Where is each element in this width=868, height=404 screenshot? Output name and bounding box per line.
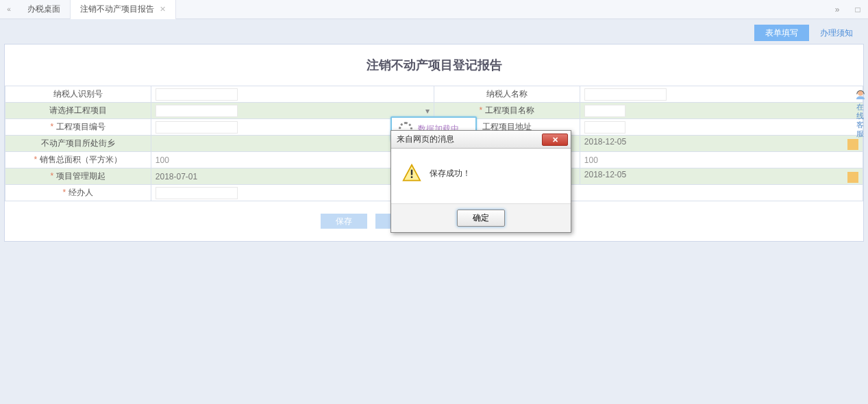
value-project-addr	[580, 119, 863, 136]
subtab-form[interactable]: 表单填写	[754, 25, 809, 41]
label-handler: 经办人	[5, 185, 151, 201]
tab-label: 注销不动产项目报告	[80, 3, 154, 15]
handler-input[interactable]	[156, 187, 238, 199]
page-title: 注销不动产项目登记报告	[5, 45, 863, 86]
live-chat-label: 在线客服	[853, 103, 868, 138]
warning-icon	[402, 164, 421, 183]
dialog-body: 保存成功！	[391, 149, 571, 203]
ok-button[interactable]: 确定	[457, 210, 505, 227]
svg-rect-2	[411, 176, 412, 178]
value-taxpayer-no	[151, 86, 434, 103]
project-name-input[interactable]	[584, 105, 625, 117]
value-total-income[interactable]: 100	[580, 152, 863, 168]
dialog-message: 保存成功！	[430, 168, 471, 179]
chevron-down-icon[interactable]: ▾	[425, 106, 430, 116]
label-taxpayer-no: 纳税人识别号	[5, 86, 151, 103]
dialog-save-success: 来自网页的消息 ✕ 保存成功！ 确定	[390, 130, 571, 233]
tab-cancel-estate[interactable]: 注销不动产项目报告 ✕	[71, 0, 176, 19]
tab-label: 办税桌面	[27, 3, 60, 15]
label-estate-district: 不动产项目所处街乡	[5, 136, 151, 152]
live-chat-widget[interactable]: 在线客服	[853, 89, 868, 138]
close-icon[interactable]: ✕	[160, 5, 166, 14]
dialog-titlebar[interactable]: 来自网页的消息 ✕	[391, 131, 571, 149]
value-sale-finish[interactable]: 2018-12-05	[580, 136, 863, 152]
tabs-scroll-left-icon[interactable]: «	[0, 5, 18, 13]
close-icon[interactable]: ✕	[542, 134, 568, 146]
label-mgmt-start: 项目管理期起	[5, 168, 151, 185]
value-mgmt-end[interactable]: 2018-12-05	[580, 168, 863, 185]
calendar-icon[interactable]	[847, 172, 858, 183]
calendar-icon[interactable]	[847, 139, 858, 150]
dialog-footer: 确定	[391, 203, 571, 232]
value-project-name	[580, 103, 863, 119]
tab-desktop[interactable]: 办税桌面	[18, 0, 71, 19]
svg-rect-1	[411, 170, 412, 175]
project-select[interactable]	[156, 105, 238, 117]
save-button[interactable]: 保存	[321, 214, 367, 229]
project-addr-input[interactable]	[584, 121, 625, 134]
tabs-scroll-right-icon[interactable]: »	[827, 0, 847, 19]
subtab-notice[interactable]: 办理须知	[809, 25, 864, 41]
taxpayer-no-input[interactable]	[156, 88, 238, 101]
dialog-title: 来自网页的消息	[394, 134, 542, 145]
window-controls: » □	[827, 0, 868, 19]
label-select-project: 请选择工程项目	[5, 103, 151, 119]
project-no-input[interactable]	[156, 121, 238, 134]
maximize-icon[interactable]: □	[847, 0, 868, 19]
label-project-no: 工程项目编号	[5, 119, 151, 136]
label-total-area: 销售总面积（平方米）	[5, 152, 151, 168]
value-taxpayer-name	[580, 86, 863, 103]
headset-icon	[854, 89, 867, 101]
form-subtabs: 表单填写 办理须知	[4, 25, 864, 41]
label-taxpayer-name: 纳税人名称	[434, 86, 580, 103]
taxpayer-name-input[interactable]	[584, 88, 667, 101]
tab-bar: « 办税桌面 注销不动产项目报告 ✕ » □	[0, 0, 868, 19]
